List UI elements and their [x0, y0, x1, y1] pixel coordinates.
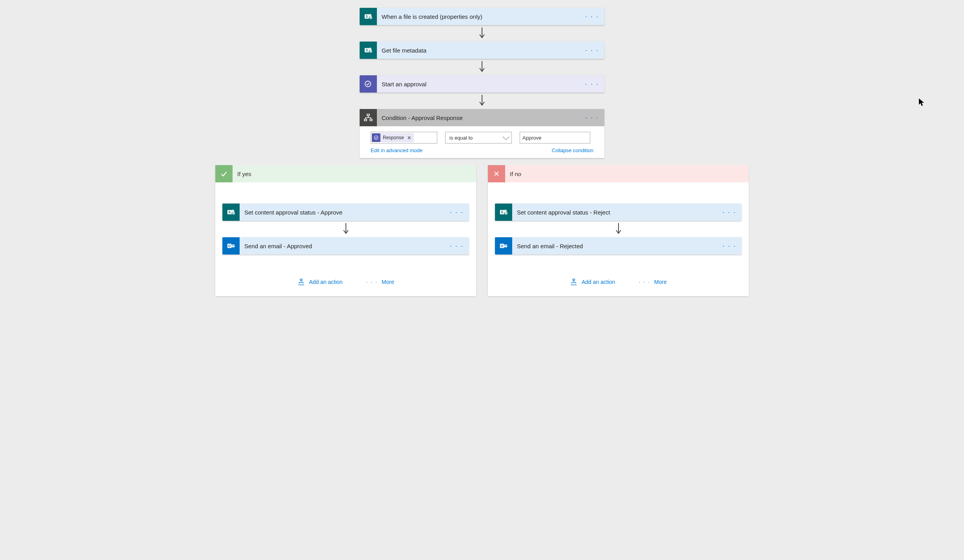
condition-step[interactable]: Condition - Approval Response · · · Resp…: [360, 109, 604, 158]
branch-yes-header: If yes: [215, 165, 476, 182]
arrow-icon: [342, 221, 350, 237]
more-actions-button[interactable]: · · · More: [639, 278, 667, 286]
svg-point-39: [505, 212, 507, 215]
response-token-label: Response: [383, 135, 404, 140]
send-email-rejected-label: Send an email - Rejected: [512, 243, 717, 249]
svg-point-10: [365, 81, 371, 87]
condition-icon: [360, 109, 377, 126]
start-approval-step-label: Start an approval: [377, 81, 580, 87]
more-actions-label: More: [654, 279, 667, 285]
branch-no: If no S Set content approval status - Re…: [488, 165, 749, 296]
close-icon: [488, 165, 505, 182]
ellipsis-icon: · · ·: [366, 279, 378, 285]
send-email-approved-step[interactable]: O Send an email - Approved · · ·: [222, 237, 469, 255]
add-action-button[interactable]: Add an action: [570, 278, 615, 286]
condition-operator-select[interactable]: is equal to: [445, 132, 512, 144]
branch-yes: If yes S Set content approval status - A…: [215, 165, 476, 296]
branch-no-header: If no: [488, 165, 749, 182]
more-icon[interactable]: · · ·: [580, 114, 604, 122]
approval-icon: [372, 133, 380, 142]
sharepoint-icon: S: [495, 204, 512, 221]
trigger-step[interactable]: S When a file is created (properties onl…: [360, 8, 604, 25]
response-token[interactable]: Response ✕: [372, 133, 414, 142]
svg-text:S: S: [229, 211, 231, 214]
svg-rect-12: [367, 114, 369, 116]
start-approval-step[interactable]: Start an approval · · ·: [360, 75, 604, 93]
edit-advanced-link[interactable]: Edit in advanced mode: [371, 147, 422, 153]
condition-title: Condition - Approval Response: [377, 115, 580, 121]
set-approval-reject-step[interactable]: S Set content approval status - Reject ·…: [495, 204, 742, 221]
remove-token-icon[interactable]: ✕: [406, 135, 411, 141]
add-action-label: Add an action: [309, 279, 343, 285]
approval-icon: [360, 75, 377, 93]
more-icon[interactable]: · · ·: [444, 208, 469, 216]
more-actions-label: More: [382, 279, 394, 285]
svg-point-3: [369, 16, 372, 19]
arrow-icon: [478, 25, 486, 42]
flow-canvas: S When a file is created (properties onl…: [20, 8, 944, 296]
svg-point-19: [374, 136, 378, 139]
chevron-down-icon: [503, 133, 509, 140]
more-icon[interactable]: · · ·: [717, 242, 742, 250]
outlook-icon: O: [495, 237, 512, 255]
svg-point-8: [369, 50, 372, 53]
set-approval-approve-label: Set content approval status - Approve: [240, 209, 444, 216]
condition-branches: If yes S Set content approval status - A…: [215, 165, 749, 296]
svg-text:O: O: [501, 244, 504, 248]
arrow-icon: [615, 221, 622, 237]
svg-text:O: O: [228, 244, 231, 248]
ellipsis-icon: · · ·: [639, 279, 650, 285]
arrow-icon: [478, 59, 486, 75]
get-metadata-step[interactable]: S Get file metadata · · ·: [360, 42, 604, 59]
sharepoint-icon: S: [360, 42, 377, 59]
condition-header[interactable]: Condition - Approval Response · · ·: [360, 109, 604, 126]
condition-operator-label: is equal to: [449, 135, 473, 141]
condition-value-text: Approve: [522, 135, 541, 141]
more-actions-button[interactable]: · · · More: [366, 278, 394, 286]
trigger-step-label: When a file is created (properties only): [377, 13, 580, 20]
more-icon[interactable]: · · ·: [717, 208, 742, 216]
get-metadata-step-label: Get file metadata: [377, 47, 580, 54]
more-icon[interactable]: · · ·: [580, 13, 604, 21]
more-icon[interactable]: · · ·: [580, 46, 604, 55]
outlook-icon: O: [222, 237, 240, 255]
condition-body: Response ✕ is equal to Approve Edit in a…: [360, 126, 604, 158]
svg-text:S: S: [366, 49, 368, 52]
sharepoint-icon: S: [360, 8, 377, 25]
add-action-label: Add an action: [582, 279, 615, 285]
send-email-rejected-step[interactable]: O Send an email - Rejected · · ·: [495, 237, 742, 255]
sharepoint-icon: S: [222, 204, 240, 221]
svg-rect-28: [300, 279, 302, 280]
add-action-button[interactable]: Add an action: [297, 278, 343, 286]
set-approval-reject-label: Set content approval status - Reject: [512, 209, 717, 216]
svg-text:S: S: [366, 15, 368, 18]
more-icon[interactable]: · · ·: [444, 242, 469, 250]
more-icon[interactable]: · · ·: [580, 80, 604, 88]
condition-value-input[interactable]: Approve: [520, 132, 590, 144]
arrow-icon: [478, 93, 486, 109]
branch-yes-title: If yes: [233, 171, 256, 177]
svg-rect-44: [573, 279, 575, 280]
svg-text:S: S: [501, 211, 504, 214]
svg-rect-17: [364, 119, 367, 121]
condition-left-operand[interactable]: Response ✕: [371, 132, 437, 144]
set-approval-approve-step[interactable]: S Set content approval status - Approve …: [222, 204, 469, 221]
branch-no-title: If no: [505, 171, 526, 177]
send-email-approved-label: Send an email - Approved: [240, 243, 444, 249]
check-icon: [215, 165, 233, 182]
svg-point-23: [232, 212, 235, 215]
svg-rect-18: [370, 119, 372, 121]
collapse-condition-link[interactable]: Collapse condition: [552, 147, 593, 153]
